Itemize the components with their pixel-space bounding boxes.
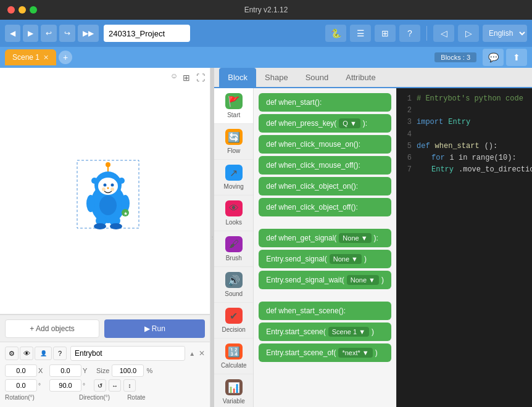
- right-panel: Block Shape Sound Attribute 🚩 Start 🔄 Fl…: [214, 68, 532, 407]
- cat-calculate[interactable]: 🔢 Calculate: [214, 339, 253, 374]
- cat-sound[interactable]: 🔊 Sound: [214, 267, 253, 303]
- scene-tab-1[interactable]: Scene 1 ✕: [5, 49, 56, 65]
- add-objects-btn[interactable]: + Add objects: [5, 319, 99, 338]
- size-input[interactable]: [112, 364, 144, 377]
- tab-shape[interactable]: Shape: [256, 68, 297, 88]
- nav-back-btn[interactable]: ◀: [5, 25, 20, 42]
- block-get-signal[interactable]: def when_get_signal( None ▼ ):: [259, 229, 391, 247]
- cat-looks-label: Looks: [225, 219, 242, 226]
- cat-flow[interactable]: 🔄 Flow: [214, 124, 253, 160]
- character-name-input[interactable]: [70, 346, 185, 361]
- rotation-label: Rotation(°): [5, 394, 77, 401]
- run-btn[interactable]: ▶ Run: [104, 319, 205, 338]
- props-icon-char[interactable]: 👤: [35, 347, 52, 360]
- block-start-scene-of[interactable]: Entry.start_scene_of( *next* ▼ ): [259, 343, 391, 362]
- minimize-btn[interactable]: [19, 6, 26, 14]
- block-get-signal-text: def when_get_signal(: [266, 234, 336, 242]
- redo-btn[interactable]: ↪: [59, 25, 75, 42]
- svg-text:★: ★: [123, 211, 128, 216]
- props-icon-gear[interactable]: ⚙: [5, 347, 19, 360]
- cat-variable-icon: 📊: [225, 379, 243, 395]
- project-name-input[interactable]: [104, 25, 190, 42]
- block-when-start[interactable]: def when_start():: [259, 93, 391, 112]
- start-scene-of-dropdown[interactable]: *next* ▼: [338, 348, 372, 358]
- close-btn[interactable]: [7, 6, 15, 14]
- send-signal-wait-dropdown[interactable]: None ▼: [347, 275, 379, 285]
- line-num-2: 2: [402, 105, 412, 117]
- maximize-btn[interactable]: [30, 6, 37, 14]
- cat-brush[interactable]: 🖌 Brush: [214, 231, 253, 267]
- svg-point-12: [118, 178, 125, 184]
- layout-icon-btn[interactable]: ⊞: [375, 25, 396, 42]
- refresh-direction-btn[interactable]: ↺: [94, 379, 106, 392]
- titlebar: Entry v2.1.12: [0, 0, 532, 20]
- x-field: X: [5, 364, 47, 377]
- line-num-5: 5: [402, 141, 412, 152]
- block-tabs: Block Shape Sound Attribute: [214, 68, 532, 88]
- start-scene-dropdown[interactable]: Scene 1 ▼: [328, 327, 369, 337]
- redo-history-btn[interactable]: ▷: [458, 25, 479, 42]
- rotation-unit: °: [38, 382, 47, 389]
- block-start-scene-of-suffix: ): [375, 348, 378, 357]
- language-select[interactable]: English: [483, 25, 527, 42]
- svg-point-10: [110, 187, 114, 191]
- scene-tab-close[interactable]: ✕: [43, 54, 49, 62]
- block-when-press-key[interactable]: def when_press_key( Q ▼ ):: [259, 114, 391, 133]
- undo-history-btn[interactable]: ◁: [433, 25, 454, 42]
- cat-moving[interactable]: ↗ Moving: [214, 160, 253, 195]
- press-key-dropdown[interactable]: Q ▼: [339, 118, 360, 128]
- code-view: 1 # Entrybot's python code 2 3 import En…: [396, 88, 532, 407]
- direction-input[interactable]: [49, 379, 81, 392]
- cat-decision[interactable]: ✔ Decision: [214, 303, 253, 339]
- props-icon-help[interactable]: ?: [53, 347, 67, 360]
- object-icon: ☺: [170, 72, 178, 84]
- blocks-icon-btn[interactable]: ☰: [350, 25, 371, 42]
- send-signal-dropdown[interactable]: None ▼: [330, 254, 362, 264]
- cat-calculate-icon: 🔢: [225, 343, 243, 360]
- block-when-start-scene[interactable]: def when_start_scene():: [259, 302, 391, 320]
- y-input[interactable]: [49, 364, 81, 377]
- python-icon-btn[interactable]: 🐍: [325, 25, 346, 42]
- play-btn[interactable]: ▶▶: [78, 25, 99, 42]
- collapse-btn[interactable]: ▲: [189, 350, 195, 357]
- cat-moving-label: Moving: [224, 183, 244, 190]
- block-click-mouse-on[interactable]: def when_click_mouse_on():: [259, 135, 391, 154]
- size-unit: %: [146, 367, 152, 374]
- chat-icon-btn[interactable]: 💬: [483, 49, 504, 66]
- flip-h-btn[interactable]: ↔: [109, 379, 121, 392]
- props-icon-eye[interactable]: 👁: [20, 347, 33, 360]
- get-signal-dropdown[interactable]: None ▼: [339, 233, 371, 243]
- rotation-input[interactable]: [5, 379, 37, 392]
- expand-btn[interactable]: ⛶: [195, 72, 206, 84]
- cat-start[interactable]: 🚩 Start: [214, 88, 253, 124]
- code-line-6: 6 for i in range(10):: [402, 152, 527, 164]
- block-start-scene[interactable]: Entry.start_scene( Scene 1 ▼ ): [259, 323, 391, 341]
- grid-btn[interactable]: ⊞: [181, 72, 191, 84]
- cat-looks[interactable]: 👁 Looks: [214, 195, 253, 231]
- add-scene-btn[interactable]: +: [59, 51, 72, 64]
- block-click-object-off[interactable]: def when_click_object_off():: [259, 198, 391, 216]
- share-icon-btn[interactable]: ⬆: [506, 49, 527, 66]
- block-start-scene-suffix: ): [372, 327, 374, 336]
- close-props-btn[interactable]: ✕: [199, 349, 205, 358]
- block-send-signal[interactable]: Entry.send_signal( None ▼ ): [259, 250, 391, 268]
- tab-attribute[interactable]: Attribute: [337, 68, 384, 88]
- block-send-signal-wait[interactable]: Entry.send_signal_wait( None ▼ ): [259, 271, 391, 289]
- tab-sound[interactable]: Sound: [297, 68, 338, 88]
- svg-point-11: [91, 178, 98, 184]
- block-click-object-on[interactable]: def when_click_object_on():: [259, 177, 391, 195]
- help-icon-btn[interactable]: ?: [399, 25, 420, 42]
- svg-point-6: [104, 183, 107, 186]
- undo-btn[interactable]: ↩: [41, 25, 57, 42]
- cat-brush-icon: 🖌: [225, 236, 243, 252]
- window-title: Entry v2.1.12: [244, 6, 288, 14]
- tab-block[interactable]: Block: [219, 68, 256, 88]
- block-click-mouse-off[interactable]: def when_click_mouse_off():: [259, 156, 391, 175]
- cat-variable[interactable]: 📊 Variable: [214, 374, 253, 407]
- block-get-signal-suffix: ):: [374, 234, 378, 242]
- nav-forward-btn[interactable]: ▶: [23, 25, 38, 42]
- x-input[interactable]: [5, 364, 37, 377]
- flip-v-btn[interactable]: ↕: [123, 379, 136, 392]
- blocks-workspace: def when_start(): def when_press_key( Q …: [254, 88, 396, 407]
- canvas-area[interactable]: ☺ ⊞ ⛶: [0, 68, 210, 314]
